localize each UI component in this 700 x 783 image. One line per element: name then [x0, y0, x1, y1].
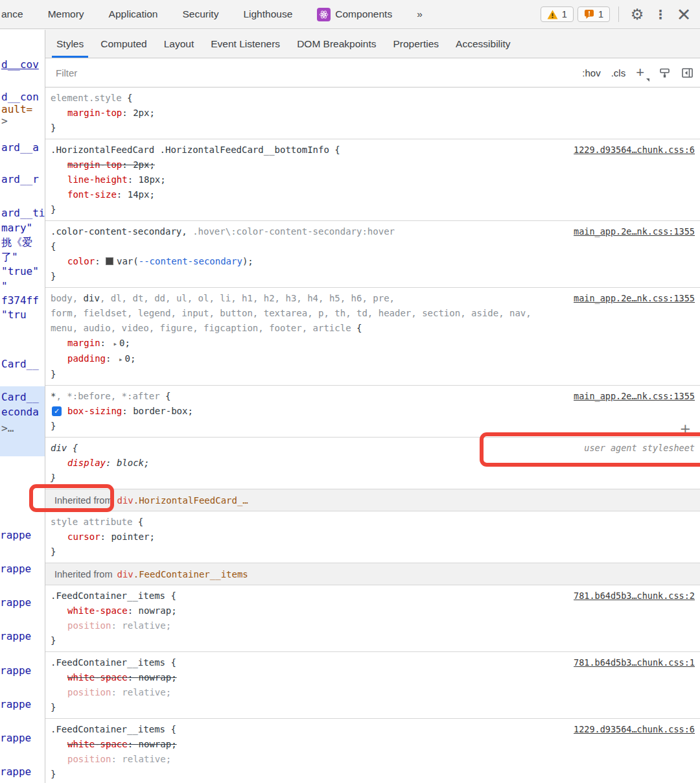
closing-brace: }	[51, 369, 56, 379]
declaration-semicolon: ;	[144, 458, 149, 468]
css-declaration-line[interactable]: padding: ▸0;	[45, 351, 700, 367]
insert-style-rule-icon[interactable]: +	[679, 423, 691, 436]
styles-filter-input[interactable]	[54, 67, 582, 79]
tree-node-fragment[interactable]: rappe	[0, 732, 31, 744]
stylesheet-source-link[interactable]: main_app.2e…nk.css:1355	[574, 291, 695, 306]
rule-selector-line[interactable]: .FeedContainer__items {1229.d93564…chunk…	[45, 722, 700, 737]
tree-node-fragment[interactable]: econda	[1, 406, 39, 418]
main-tab-application[interactable]: Application	[97, 0, 170, 29]
css-declaration-line[interactable]: font-size: 14px;	[45, 187, 700, 202]
issues-badge[interactable]: 1	[578, 6, 610, 22]
tree-node-fragment[interactable]: >…	[1, 422, 14, 434]
css-declaration-line[interactable]: display: block;	[45, 456, 700, 471]
css-declaration-line[interactable]: line-height: 18px;	[45, 172, 700, 187]
property-value: relative	[122, 754, 165, 764]
tree-node-fragment[interactable]: Card__	[1, 358, 39, 370]
stylesheet-source-link[interactable]: 1229.d93564…chunk.css:6	[574, 722, 695, 737]
tree-node-fragment[interactable]: ard__ti	[1, 207, 45, 219]
tab-event-listeners[interactable]: Event Listeners	[202, 30, 288, 58]
main-tab-more-tabs[interactable]: »	[404, 0, 435, 29]
main-tab-memory[interactable]: Memory	[36, 0, 97, 29]
css-declaration-line[interactable]: position: relative;	[45, 618, 700, 633]
tree-node-fragment[interactable]: ault=	[1, 103, 32, 115]
toggle-sidebar-icon[interactable]	[681, 67, 694, 79]
property-value-part: var(	[117, 256, 139, 266]
tree-node-fragment[interactable]: "	[1, 280, 8, 292]
tree-node-fragment[interactable]: ard__r	[1, 173, 39, 185]
tree-node-fragment[interactable]: d__cov	[1, 58, 39, 71]
tab-styles[interactable]: Styles	[48, 30, 92, 58]
rule-selector-line[interactable]: *, *:before, *:after {main_app.2e…nk.css…	[45, 389, 700, 404]
tree-node-fragment[interactable]: 了"	[1, 251, 18, 264]
tab-computed[interactable]: Computed	[92, 30, 156, 58]
rule-selector-line[interactable]: element.style {	[45, 91, 700, 106]
css-declaration-line[interactable]: ✓box-sizing: border-box;	[45, 404, 700, 419]
tree-node-fragment[interactable]: rappe	[0, 765, 31, 778]
css-declaration-line[interactable]: position: relative;	[45, 685, 700, 700]
main-tab-lighthouse[interactable]: Lighthouse	[231, 0, 305, 29]
stylesheet-source-link[interactable]: main_app.2e…nk.css:1355	[574, 224, 695, 239]
rule-selector-line[interactable]: menu, audio, video, figure, figcaption, …	[45, 321, 700, 336]
expand-shorthand-icon[interactable]: ▸	[119, 355, 123, 364]
css-declaration-line[interactable]: margin-top: 2px;	[45, 106, 700, 121]
css-declaration: position: relative;	[67, 754, 171, 764]
tree-node-fragment[interactable]: rappe	[0, 664, 31, 677]
new-style-rule-button[interactable]: +	[636, 65, 648, 80]
rule-selector-line[interactable]: .FeedContainer__items {781.b64d5b3…chunk…	[45, 655, 700, 670]
rule-selector-line[interactable]: .FeedContainer__items {781.b64d5b3…chunk…	[45, 589, 700, 603]
css-declaration-line[interactable]: cursor: pointer;	[45, 530, 700, 544]
rule-selector-line[interactable]: .HorizontalFeedCard .HorizontalFeedCard_…	[45, 143, 700, 158]
expand-shorthand-icon[interactable]: ▸	[113, 340, 117, 348]
tab-layout[interactable]: Layout	[156, 30, 203, 58]
tree-node-fragment[interactable]: rappe	[0, 630, 31, 642]
tab-dom-breakpoints[interactable]: DOM Breakpoints	[288, 30, 384, 58]
tree-node-fragment[interactable]: "true"	[1, 265, 39, 277]
css-declaration-line[interactable]: margin-top: 2px;	[45, 158, 700, 172]
declaration-checkbox-checked[interactable]: ✓	[52, 406, 62, 416]
warnings-badge[interactable]: 1	[541, 6, 574, 22]
tree-node-fragment[interactable]: >	[1, 115, 8, 127]
tree-node-fragment[interactable]: Card__	[1, 391, 39, 403]
rule-selector-line[interactable]: div {user agent stylesheet	[45, 441, 700, 456]
tree-node-fragment[interactable]: rappe	[0, 529, 31, 541]
main-tab-components[interactable]: Components	[305, 0, 404, 29]
css-declaration-line[interactable]: white-space: nowrap;	[45, 670, 700, 685]
tab-accessibility[interactable]: Accessibility	[447, 30, 519, 58]
css-declaration-line[interactable]: margin: ▸0;	[45, 336, 700, 351]
paint-brush-icon[interactable]	[659, 67, 671, 79]
main-tab-performance[interactable]: ance	[0, 0, 36, 29]
stylesheet-source-link[interactable]: main_app.2e…nk.css:1355	[574, 389, 695, 404]
css-declaration-line[interactable]: position: relative;	[45, 752, 700, 767]
color-swatch[interactable]	[106, 257, 113, 265]
tree-node-fragment[interactable]: 挑《爱	[1, 236, 32, 250]
rule-selector-line[interactable]: form, fieldset, legend, input, button, t…	[45, 306, 700, 321]
tree-node-fragment[interactable]: rappe	[0, 698, 31, 710]
rule-selector-line[interactable]: .color-content-secondary, .hover\:color-…	[45, 224, 700, 239]
stylesheet-source-link[interactable]: 781.b64d5b3…chunk.css:2	[574, 589, 695, 603]
tree-node-fragment[interactable]: "tru	[1, 309, 27, 321]
property-name: position	[67, 754, 111, 764]
tree-node-fragment[interactable]: ard__a	[1, 141, 39, 154]
tree-node-fragment[interactable]: rappe	[0, 563, 31, 575]
stylesheet-source-link[interactable]: 1229.d93564…chunk.css:6	[574, 143, 695, 158]
tree-node-fragment[interactable]: mary"	[1, 222, 32, 234]
tab-properties[interactable]: Properties	[384, 30, 447, 58]
close-icon[interactable]: ✕	[674, 5, 694, 24]
pseudo-state-toggle[interactable]: :hov	[582, 67, 600, 78]
rule-selector-line[interactable]: style attribute {	[45, 515, 700, 530]
css-declaration-line[interactable]: color: var(--content-secondary);	[45, 254, 700, 269]
inherited-node-link[interactable]: div.FeedContainer__items	[117, 569, 248, 579]
rule-selector-line[interactable]: {	[45, 239, 700, 254]
rule-selector-line[interactable]: body, div, dl, dt, dd, ul, ol, li, h1, h…	[45, 291, 700, 306]
tree-node-fragment[interactable]: d__con	[1, 91, 39, 103]
element-classes-toggle[interactable]: .cls	[611, 67, 626, 78]
main-tab-security[interactable]: Security	[170, 0, 231, 29]
stylesheet-source-link[interactable]: 781.b64d5b3…chunk.css:1	[574, 655, 695, 670]
css-declaration-line[interactable]: white-space: nowrap;	[45, 737, 700, 752]
tree-node-fragment[interactable]: rappe	[0, 596, 31, 609]
inherited-node-link[interactable]: div.HorizontalFeedCard_…	[117, 495, 248, 506]
more-options-icon[interactable]: ⋮	[651, 5, 670, 24]
css-declaration-line[interactable]: white-space: nowrap;	[45, 603, 700, 618]
settings-gear-icon[interactable]: ⚙	[627, 5, 647, 24]
tree-node-fragment[interactable]: f374ff	[1, 294, 39, 307]
